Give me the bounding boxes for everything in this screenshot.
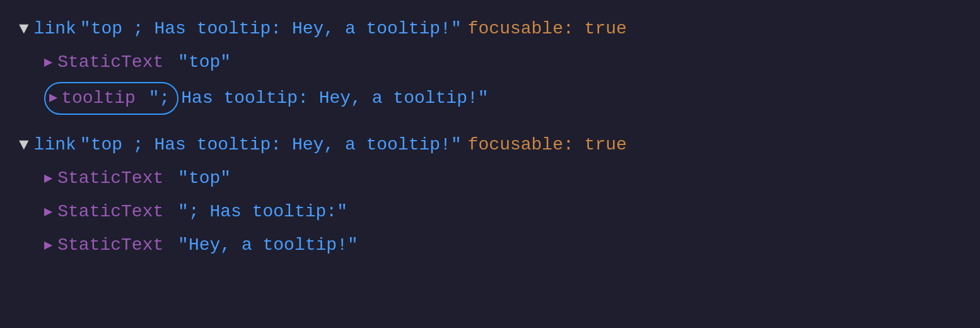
- node-type-static-5: StaticText: [57, 165, 163, 193]
- tree-row-3[interactable]: ▶ tooltip "; Has tooltip: Hey, a tooltip…: [19, 79, 961, 118]
- node-string-2: "top": [167, 49, 231, 77]
- node-string-1: "top ; Has tooltip: Hey, a tooltip!": [80, 15, 462, 44]
- expand-arrow-5[interactable]: ▶: [44, 168, 52, 190]
- expand-arrow-6[interactable]: ▶: [44, 201, 52, 223]
- tree-row-7[interactable]: ▶ StaticText "Hey, a tooltip!": [19, 229, 961, 262]
- node-string-3b: Has tooltip: Hey, a tooltip!": [181, 85, 488, 113]
- node-type-static-2: StaticText: [57, 49, 163, 77]
- node-type-link-4: link: [34, 131, 76, 160]
- node-type-tooltip-3: tooltip: [61, 85, 136, 113]
- tree-row-1[interactable]: ▼ link "top ; Has tooltip: Hey, a toolti…: [19, 13, 961, 46]
- node-string-7: "Hey, a tooltip!": [167, 231, 358, 260]
- collapse-arrow-4[interactable]: ▼: [19, 132, 29, 159]
- node-type-link-1: link: [34, 15, 76, 44]
- node-type-static-6: StaticText: [57, 198, 163, 226]
- node-string-3a: ";: [138, 85, 170, 113]
- node-type-static-7: StaticText: [57, 231, 163, 260]
- expand-arrow-7[interactable]: ▶: [44, 235, 52, 257]
- attr-focusable-val-1: true: [574, 15, 627, 44]
- node-string-6: "; Has tooltip:": [167, 198, 347, 226]
- tree-row-4[interactable]: ▼ link "top ; Has tooltip: Hey, a toolti…: [19, 129, 961, 162]
- tree-row-6[interactable]: ▶ StaticText "; Has tooltip:": [19, 196, 961, 229]
- node-string-5: "top": [167, 165, 231, 193]
- tooltip-circle-highlight: ▶ tooltip ";: [44, 82, 178, 115]
- expand-arrow-3[interactable]: ▶: [49, 87, 57, 109]
- tree-row-2[interactable]: ▶ StaticText "top": [19, 46, 961, 79]
- attr-focusable-1: focusable:: [468, 15, 574, 44]
- attr-focusable-4: focusable:: [468, 131, 574, 160]
- node-string-4: "top ; Has tooltip: Hey, a tooltip!": [80, 131, 462, 160]
- attr-focusable-val-4: true: [574, 131, 627, 160]
- collapse-arrow-1[interactable]: ▼: [19, 16, 29, 43]
- expand-arrow-2[interactable]: ▶: [44, 52, 52, 74]
- accessibility-tree: ▼ link "top ; Has tooltip: Hey, a toolti…: [19, 13, 961, 262]
- tree-row-5[interactable]: ▶ StaticText "top": [19, 162, 961, 196]
